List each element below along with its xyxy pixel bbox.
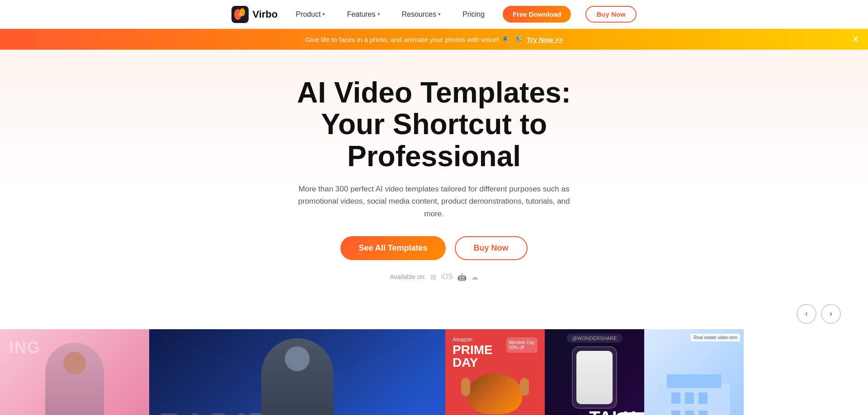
- carousel-prev-button[interactable]: ‹: [797, 304, 816, 324]
- card2-head: [285, 346, 310, 371]
- hero-subtitle: More than 300 perfect AI video templates…: [289, 183, 579, 220]
- hero-section: AI Video Templates: Your Shortcut to Pro…: [0, 50, 868, 304]
- card4-background: @WONDERSHARE TALK MODU Are Modular H: [545, 329, 644, 415]
- card3-earcup-left: [461, 378, 470, 396]
- card5-building: [644, 365, 744, 415]
- hero-title: AI Video Templates: Your Shortcut to Pro…: [231, 77, 637, 172]
- template-card-4[interactable]: @WONDERSHARE TALK MODU Are Modular H Hel…: [545, 329, 644, 415]
- svg-rect-13: [698, 392, 708, 404]
- card3-badge: Member Day50% off: [506, 337, 538, 353]
- available-on-label: Available on:: [390, 273, 426, 280]
- card1-head: [63, 352, 86, 374]
- banner-close-button[interactable]: ✕: [852, 35, 859, 43]
- card3-amazon-label: Amazon: [453, 336, 493, 343]
- nav-features[interactable]: Features ▾: [343, 9, 383, 20]
- svg-rect-11: [671, 392, 680, 404]
- next-icon: ›: [830, 309, 832, 318]
- buy-now-nav-button[interactable]: Buy Now: [585, 6, 636, 23]
- logo-text: Virbo: [252, 9, 278, 20]
- resources-chevron-icon: ▾: [438, 11, 441, 17]
- card1-overlay-text: ING: [9, 338, 41, 357]
- card1-person: [45, 343, 104, 415]
- logo[interactable]: Virbo: [231, 6, 278, 23]
- svg-rect-14: [671, 410, 680, 415]
- template-card-2[interactable]: DIGITAL: [149, 329, 445, 415]
- card3-headphones: [468, 373, 522, 414]
- card3-day-text: DAY: [453, 356, 493, 369]
- navbar: Virbo Product ▾ Features ▾ Resources ▾ P…: [0, 0, 868, 29]
- card2-person: [261, 338, 334, 415]
- card3-content: Amazon PRIME DAY Member Day50% off: [453, 336, 538, 414]
- cloud-icon: ☁: [471, 273, 478, 281]
- card5-label: Real estate video tem: [691, 334, 740, 341]
- product-chevron-icon: ▾: [322, 11, 325, 17]
- card3-prime-text: PRIME: [453, 344, 493, 356]
- templates-row: ING: [0, 329, 868, 415]
- card4-tiktok-handle: @WONDERSHARE: [566, 334, 622, 343]
- chat-bubble: Hello! 😊: [615, 412, 644, 415]
- buy-now-hero-button[interactable]: Buy Now: [455, 236, 528, 260]
- windows-icon: ⊞: [430, 273, 436, 281]
- nav-resources[interactable]: Resources ▾: [398, 9, 444, 20]
- template-card-1[interactable]: ING: [0, 329, 149, 415]
- promo-banner: Give life to faces in a photo, and anima…: [0, 29, 868, 50]
- banner-content: Give life to faces in a photo, and anima…: [305, 35, 563, 43]
- hero-buttons: See All Templates Buy Now: [9, 236, 859, 260]
- svg-point-3: [238, 13, 242, 16]
- svg-rect-10: [667, 374, 721, 388]
- card3-earcup-right: [520, 378, 529, 396]
- nav-product[interactable]: Product ▾: [292, 9, 329, 20]
- available-on: Available on: ⊞ iOS 🤖 ☁: [9, 273, 859, 281]
- template-card-5[interactable]: Real estate video tem: [644, 329, 744, 415]
- card4-phone-frame: [572, 346, 617, 409]
- see-templates-button[interactable]: See All Templates: [340, 236, 445, 260]
- banner-cta[interactable]: Try Now >>: [527, 36, 563, 43]
- carousel-controls: ‹ ›: [0, 304, 868, 324]
- android-icon: 🤖: [458, 273, 467, 281]
- svg-rect-15: [685, 410, 694, 415]
- card1-background: ING: [0, 329, 149, 415]
- card4-phone-screen: [576, 351, 613, 404]
- banner-emoji1: 🎭: [502, 35, 511, 43]
- logo-icon: [231, 6, 249, 23]
- nav-pricing[interactable]: Pricing: [459, 9, 488, 20]
- card2-background: DIGITAL: [149, 329, 445, 415]
- banner-emoji2: 🎙️: [514, 35, 523, 43]
- card5-background: Real estate video tem: [644, 329, 744, 415]
- card3-background: Amazon PRIME DAY Member Day50% off: [445, 329, 545, 415]
- carousel-next-button[interactable]: ›: [821, 304, 841, 324]
- features-chevron-icon: ▾: [377, 11, 380, 17]
- ios-icon: iOS: [441, 273, 453, 281]
- banner-text: Give life to faces in a photo, and anima…: [305, 36, 499, 43]
- svg-rect-16: [698, 410, 708, 415]
- template-card-3[interactable]: Amazon PRIME DAY Member Day50% off: [445, 329, 545, 415]
- svg-rect-12: [685, 392, 694, 404]
- card3-badge-text: Member Day50% off: [509, 340, 535, 350]
- free-download-button[interactable]: Free Download: [503, 6, 571, 23]
- prev-icon: ‹: [805, 309, 808, 318]
